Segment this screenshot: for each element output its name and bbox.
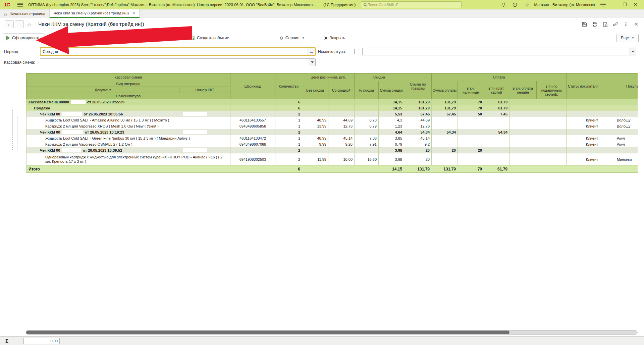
cell-pay-online (509, 99, 537, 105)
col-pay-cert: в т.ч по подарочным сертиф. (537, 81, 566, 99)
cell-disc-pct: 8,78 (355, 117, 379, 123)
cell-goods: 20 (404, 153, 432, 165)
scrollbar-thumb[interactable] (26, 331, 509, 334)
row-name-text: Чек ККМ 00 (40, 112, 60, 116)
history-clock-icon[interactable] (513, 2, 519, 7)
cell-pay-online (509, 141, 537, 147)
cash-shift-combo[interactable] (40, 58, 316, 66)
table-row[interactable]: Жидкость Loot Cold SALT - Amazing Alluri… (26, 117, 638, 123)
tab-kkm-report[interactable]: Чеки ККМ за смену (Краткий (без трейд ин… (50, 9, 140, 18)
cell-price-disc (328, 99, 355, 105)
table-row[interactable]: −Чек ККМ 00от 26.05.2023 10:05:5625,5357… (26, 111, 638, 117)
row-name-text: Кассовая смена 00000 (29, 100, 69, 104)
favorites-star-icon[interactable]: ☆ (524, 2, 530, 7)
period-choose-button[interactable]: ... (308, 48, 315, 55)
main-menu-icon[interactable] (17, 3, 25, 7)
cell-cash (458, 129, 484, 135)
sum-value-box[interactable]: 0,00 (23, 338, 60, 344)
dropdown-arrow-icon[interactable] (630, 48, 636, 55)
cell-disc-sum: 5,53 (379, 111, 404, 117)
close-label: Закрыть (330, 36, 345, 40)
table-row[interactable]: Одноразовый картридж с жидкостью для эле… (26, 153, 638, 165)
table-row[interactable]: −Чек ККМ 00от 26.05.2023 10:19:2324,6454… (26, 129, 638, 135)
notifications-bell-icon[interactable] (501, 2, 507, 7)
table-row[interactable]: −Кассовая смена 00000от 26.05.2023 9:55:… (26, 99, 638, 105)
tab-home[interactable]: ⌂ Начальная страница (0, 9, 50, 18)
nomenclature-label: Номенклатура: (318, 49, 346, 54)
global-search[interactable] (361, 1, 462, 8)
group-payment: Оплата (432, 73, 566, 81)
cell-pay (432, 135, 458, 141)
cell-qty: 6 (275, 99, 302, 105)
search-input[interactable] (367, 3, 451, 7)
1c-logo-icon: 1С (4, 2, 14, 7)
create-event-label: Создать событие (197, 36, 229, 40)
table-row[interactable]: −Чек ККМ 00от 26.05.2023 10:39:5223,9820… (26, 147, 638, 153)
cell-qty: 1 (275, 117, 302, 123)
dropdown-arrow-icon[interactable] (309, 59, 315, 66)
horizontal-scrollbar[interactable] (26, 330, 638, 335)
favorite-star-icon[interactable]: ☆ (27, 21, 32, 28)
report-table: Кассовая смена Вид операции Документ Ном… (4, 73, 638, 261)
nomenclature-checkbox[interactable] (354, 49, 359, 54)
cell-buyer: Волощу (600, 117, 638, 123)
cell-price-full (302, 129, 328, 135)
table-row[interactable]: Итого614,15131,79131,797061,79 (26, 165, 638, 173)
cell-goods: 44,69 (404, 117, 432, 123)
row-name-text: Картридж 2 мл для Vaporesso OSMALL 2 ( 1… (45, 142, 132, 146)
cell-pay-online (509, 135, 537, 141)
cell-status (567, 111, 600, 117)
close-window-button[interactable]: ✕ (632, 2, 639, 7)
tab-close-icon[interactable]: ✕ (132, 11, 135, 15)
save-icon[interactable] (581, 21, 587, 27)
cell-barcode (230, 147, 275, 153)
cell-price-full: 9,99 (302, 141, 328, 147)
cell-cash (458, 135, 484, 141)
get-link-icon[interactable] (612, 21, 619, 27)
cell-pay-cert (537, 153, 567, 165)
cell-disc-pct (355, 129, 379, 135)
cell-barcode (230, 165, 275, 172)
preview-icon[interactable] (602, 21, 608, 27)
nav-back-button[interactable]: ← (5, 20, 14, 28)
cell-price-disc: 10,00 (328, 153, 355, 165)
col-discount-pct: % скидки (355, 81, 379, 99)
cell-barcode (230, 99, 275, 105)
cell-card: 61,79 (484, 165, 509, 172)
cell-buyer: Акул (600, 141, 638, 147)
cell-qty: 1 (275, 141, 302, 147)
more-button[interactable]: Еще ▼ (616, 34, 639, 42)
cell-qty: 2 (275, 147, 302, 153)
nomenclature-combo[interactable] (362, 48, 636, 55)
create-event-button[interactable]: Создать событие (190, 36, 229, 40)
cell-goods: 131,79 (404, 99, 432, 105)
system-menu-icon[interactable] (600, 2, 606, 7)
close-report-icon[interactable]: ✕ (633, 21, 639, 27)
print-icon[interactable] (592, 21, 598, 27)
table-row[interactable]: Картридж 2 мл для Vaporesso XROS ( Mesh … (26, 123, 638, 129)
cell-cash (458, 117, 484, 123)
table-row[interactable]: Жидкость Loot Cold SALT - Green Fine Nim… (26, 135, 638, 141)
cell-cash: 70 (458, 99, 484, 105)
service-menu-button[interactable]: ⚙ Сервис ▼ (279, 36, 305, 41)
cell-disc-sum: 0,79 (379, 141, 404, 147)
restore-button[interactable]: ❐ (621, 2, 628, 7)
current-user[interactable]: Магазин - Виталюр (ш. Московское) (534, 3, 595, 7)
cell-pay (432, 153, 458, 165)
report-grid: Кассовая смена Вид операции Документ Ном… (26, 73, 638, 173)
app-badge: (1С:Предприятие) (323, 3, 356, 7)
row-name-text: Одноразовый картридж с жидкостью для эле… (45, 155, 228, 164)
table-row[interactable]: −Продажа614,15131,79131,797061,79 (26, 105, 638, 111)
group-retail-price: Цена розничная, руб. (302, 73, 354, 81)
cell-pay: 131,79 (432, 99, 458, 105)
chevron-down-icon: ▼ (302, 37, 305, 40)
col-pay-cash: в т.ч. наличные (458, 81, 484, 99)
kebab-menu-icon[interactable]: ⋮ (623, 21, 629, 27)
col-cash-shift: Кассовая смена (26, 73, 230, 81)
table-row[interactable]: Картридж 2 мл для Vaporesso OSMALL 2 ( 1… (26, 141, 638, 147)
cell-pay-cert (537, 117, 567, 123)
cell-qty: 6 (275, 105, 302, 111)
close-report-button[interactable]: Закрыть (324, 36, 345, 40)
nav-forward-button[interactable]: → (15, 20, 24, 28)
minimize-button[interactable]: – (610, 2, 617, 7)
